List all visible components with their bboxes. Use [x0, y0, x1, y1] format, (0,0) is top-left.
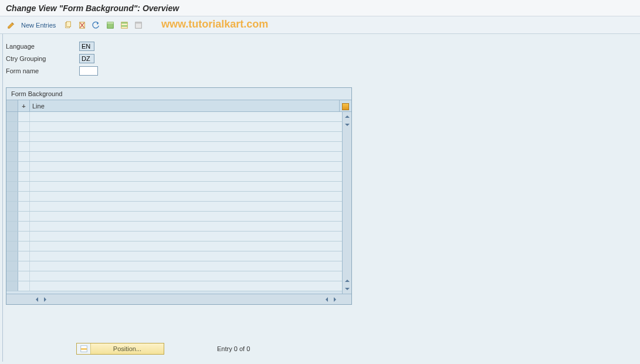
cell-plus[interactable]	[18, 202, 30, 211]
row-selector[interactable]	[6, 271, 18, 281]
cell-plus[interactable]	[18, 212, 30, 221]
scroll-up-icon[interactable]	[344, 113, 351, 120]
table-row[interactable]	[6, 271, 342, 281]
cell-line[interactable]	[30, 232, 342, 241]
cell-line[interactable]	[30, 251, 342, 261]
table-row[interactable]	[6, 182, 342, 192]
row-selector[interactable]	[6, 112, 18, 121]
cell-plus[interactable]	[18, 251, 30, 261]
table-row[interactable]	[6, 222, 342, 232]
cell-line[interactable]	[30, 142, 342, 151]
cell-plus[interactable]	[18, 112, 30, 121]
table-row[interactable]	[6, 132, 342, 142]
scroll-right-icon[interactable]	[331, 296, 338, 303]
vertical-scrollbar[interactable]	[342, 112, 351, 294]
cell-plus[interactable]	[18, 232, 30, 241]
cell-line[interactable]	[30, 202, 342, 211]
table-row[interactable]	[6, 112, 342, 122]
cell-line[interactable]	[30, 162, 342, 171]
table-row[interactable]	[6, 241, 342, 251]
cell-line[interactable]	[30, 182, 342, 191]
cell-plus[interactable]	[18, 261, 30, 271]
cell-plus[interactable]	[18, 241, 30, 251]
row-selector[interactable]	[6, 232, 18, 241]
table-row[interactable]	[6, 212, 342, 222]
col-header-line[interactable]: Line	[30, 100, 340, 111]
cell-line[interactable]	[30, 222, 342, 231]
scroll-left-right-icon[interactable]	[323, 296, 330, 303]
row-selector[interactable]	[6, 122, 18, 131]
table-wrap: + Line	[6, 100, 351, 304]
col-header-plus[interactable]: +	[18, 100, 30, 111]
scroll-left-icon[interactable]	[33, 296, 40, 303]
table-row[interactable]	[6, 192, 342, 202]
row-selector[interactable]	[6, 281, 18, 291]
select-all-icon[interactable]	[105, 20, 116, 30]
row-selector[interactable]	[6, 142, 18, 151]
cell-line[interactable]	[30, 261, 342, 271]
cell-line[interactable]	[30, 271, 342, 281]
cell-plus[interactable]	[18, 222, 30, 231]
table-row[interactable]	[6, 281, 342, 291]
row-selector[interactable]	[6, 222, 18, 231]
cell-line[interactable]	[30, 192, 342, 201]
horizontal-scrollbar[interactable]	[6, 294, 351, 304]
row-selector[interactable]	[6, 261, 18, 271]
position-icon	[77, 343, 91, 354]
row-selector[interactable]	[6, 132, 18, 141]
cell-plus[interactable]	[18, 281, 30, 291]
row-selector[interactable]	[6, 202, 18, 211]
table-config-button[interactable]	[340, 100, 351, 111]
cell-line[interactable]	[30, 281, 342, 291]
row-selector[interactable]	[6, 212, 18, 221]
cell-plus[interactable]	[18, 132, 30, 141]
cell-line[interactable]	[30, 152, 342, 161]
table-row[interactable]	[6, 261, 342, 271]
table-row[interactable]	[6, 202, 342, 212]
col-header-select[interactable]	[6, 100, 18, 111]
scroll-down-icon[interactable]	[344, 285, 351, 292]
row-selector[interactable]	[6, 152, 18, 161]
pencil-icon[interactable]	[6, 20, 16, 30]
cell-plus[interactable]	[18, 271, 30, 281]
cell-line[interactable]	[30, 212, 342, 221]
select-block-icon[interactable]	[119, 20, 130, 30]
cell-line[interactable]	[30, 112, 342, 121]
scroll-up-bottom-icon[interactable]	[344, 277, 351, 284]
row-selector[interactable]	[6, 162, 18, 171]
cell-plus[interactable]	[18, 142, 30, 151]
delete-icon[interactable]	[77, 20, 87, 30]
row-selector[interactable]	[6, 251, 18, 261]
undo-icon[interactable]	[91, 20, 101, 30]
table-row[interactable]	[6, 142, 342, 152]
cell-plus[interactable]	[18, 192, 30, 201]
cell-plus[interactable]	[18, 162, 30, 171]
row-selector[interactable]	[6, 172, 18, 181]
table-row[interactable]	[6, 232, 342, 241]
cell-line[interactable]	[30, 122, 342, 131]
deselect-icon[interactable]	[133, 20, 144, 30]
table-row[interactable]	[6, 251, 342, 261]
cell-plus[interactable]	[18, 172, 30, 181]
table-row[interactable]	[6, 152, 342, 162]
row-selector[interactable]	[6, 192, 18, 201]
cell-plus[interactable]	[18, 152, 30, 161]
cell-line[interactable]	[30, 172, 342, 181]
svg-rect-7	[121, 25, 128, 27]
scroll-down-top-icon[interactable]	[344, 121, 351, 128]
cell-line[interactable]	[30, 241, 342, 251]
svg-rect-9	[136, 22, 142, 23]
cell-plus[interactable]	[18, 182, 30, 191]
page-title: Change View "Form Background": Overview	[6, 4, 634, 13]
copy-icon[interactable]	[63, 20, 73, 30]
row-selector[interactable]	[6, 241, 18, 251]
table-row[interactable]	[6, 172, 342, 182]
cell-line[interactable]	[30, 132, 342, 141]
scroll-right-left-icon[interactable]	[42, 296, 49, 303]
table-row[interactable]	[6, 162, 342, 172]
cell-plus[interactable]	[18, 122, 30, 131]
table-row[interactable]	[6, 122, 342, 132]
position-button[interactable]: Position...	[76, 343, 164, 355]
new-entries-button[interactable]: New Entries	[21, 22, 56, 29]
row-selector[interactable]	[6, 182, 18, 191]
